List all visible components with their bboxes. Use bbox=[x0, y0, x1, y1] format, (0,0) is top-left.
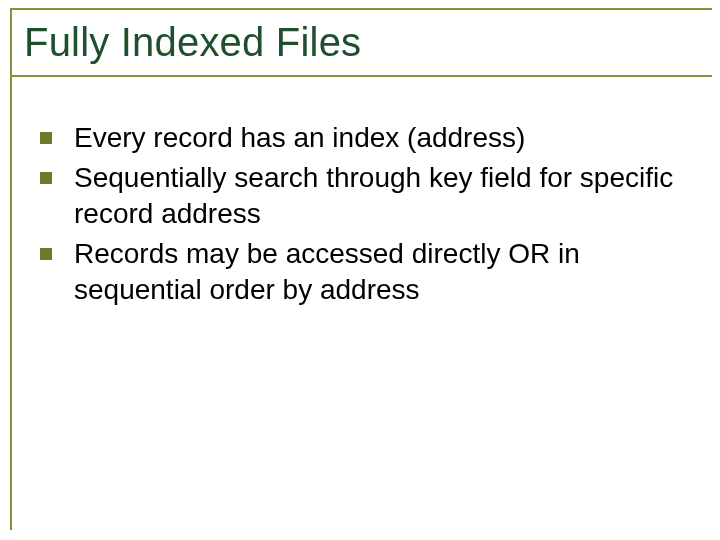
slide-title: Fully Indexed Files bbox=[24, 20, 361, 65]
rule-left bbox=[10, 8, 12, 530]
bullet-text: Every record has an index (address) bbox=[74, 120, 525, 156]
list-item: Every record has an index (address) bbox=[40, 120, 680, 156]
rule-bottom bbox=[10, 75, 712, 77]
list-item: Records may be accessed directly OR in s… bbox=[40, 236, 680, 308]
slide-body: Every record has an index (address) Sequ… bbox=[40, 120, 680, 312]
list-item: Sequentially search through key field fo… bbox=[40, 160, 680, 232]
bullet-icon bbox=[40, 132, 52, 144]
bullet-text: Records may be accessed directly OR in s… bbox=[74, 236, 680, 308]
bullet-icon bbox=[40, 172, 52, 184]
bullet-text: Sequentially search through key field fo… bbox=[74, 160, 680, 232]
bullet-icon bbox=[40, 248, 52, 260]
rule-top bbox=[10, 8, 712, 10]
slide: Fully Indexed Files Every record has an … bbox=[0, 0, 720, 540]
